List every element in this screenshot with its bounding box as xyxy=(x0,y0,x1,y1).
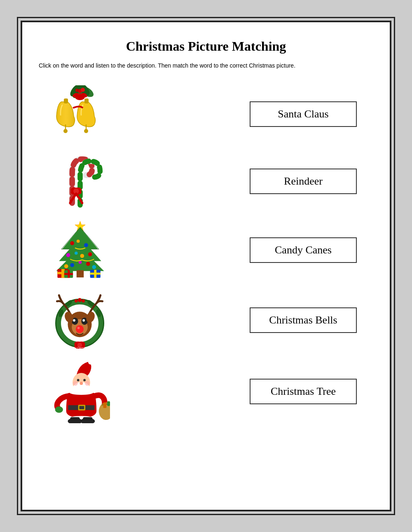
image-cell-candy xyxy=(39,151,121,211)
svg-point-49 xyxy=(82,299,85,302)
svg-rect-15 xyxy=(84,98,89,103)
reindeer-label[interactable]: Reindeer xyxy=(250,169,357,194)
page: Christmas Picture Matching Click on the … xyxy=(21,21,391,511)
label-cell-tree: Christmas Tree xyxy=(233,379,373,404)
svg-rect-45 xyxy=(64,273,73,275)
svg-rect-36 xyxy=(76,270,83,277)
svg-point-83 xyxy=(55,406,63,412)
christmas-tree-image xyxy=(50,219,110,281)
svg-point-50 xyxy=(75,299,78,302)
image-cell-tree xyxy=(39,219,121,281)
svg-point-62 xyxy=(73,319,75,322)
svg-point-27 xyxy=(66,253,70,257)
svg-point-81 xyxy=(69,390,93,395)
label-cell-santa: Santa Claus xyxy=(233,101,373,127)
svg-point-33 xyxy=(78,261,82,264)
svg-point-75 xyxy=(73,381,78,386)
svg-point-28 xyxy=(88,252,92,256)
svg-rect-42 xyxy=(90,273,100,275)
candy-canes-image xyxy=(50,151,110,211)
santa-image xyxy=(50,359,110,423)
svg-point-48 xyxy=(78,298,82,302)
christmas-bells-image xyxy=(49,85,111,143)
page-title: Christmas Picture Matching xyxy=(39,39,373,54)
svg-rect-88 xyxy=(70,417,80,423)
label-cell-candy-canes: Candy Canes xyxy=(233,237,373,263)
svg-rect-85 xyxy=(103,403,106,408)
svg-text:Merry Christmas: Merry Christmas xyxy=(70,347,90,350)
svg-point-74 xyxy=(83,379,86,382)
svg-point-6 xyxy=(75,89,79,92)
label-cell-bells: Christmas Bells xyxy=(233,307,373,333)
svg-point-14 xyxy=(84,129,88,133)
image-cell-reindeer: Merry Christmas xyxy=(39,289,121,351)
svg-rect-86 xyxy=(107,401,110,406)
svg-point-77 xyxy=(80,382,83,385)
reindeer-image: Merry Christmas xyxy=(49,289,111,351)
svg-point-73 xyxy=(77,379,79,382)
svg-point-35 xyxy=(92,265,96,269)
svg-point-24 xyxy=(70,241,74,245)
christmas-tree-label[interactable]: Christmas Tree xyxy=(250,379,357,404)
svg-point-32 xyxy=(86,262,90,266)
candy-canes-label[interactable]: Candy Canes xyxy=(250,237,357,263)
svg-point-30 xyxy=(80,254,84,258)
svg-point-11 xyxy=(63,129,68,133)
svg-point-26 xyxy=(76,239,80,243)
table-row: Candy Canes xyxy=(39,215,373,285)
table-row: Santa Claus xyxy=(39,81,373,147)
svg-point-64 xyxy=(76,325,84,333)
table-row: Merry Christmas Christmas Bells xyxy=(39,285,373,355)
svg-rect-90 xyxy=(83,417,92,423)
santa-claus-label[interactable]: Santa Claus xyxy=(250,101,357,127)
instructions: Click on the word and listen to the desc… xyxy=(39,62,373,69)
label-cell-reindeer: Reindeer xyxy=(233,169,373,194)
image-cell-bells xyxy=(39,85,121,143)
svg-rect-80 xyxy=(79,406,84,409)
svg-rect-12 xyxy=(64,98,68,103)
svg-point-29 xyxy=(74,251,77,255)
svg-point-25 xyxy=(84,243,88,247)
image-cell-santa xyxy=(39,359,121,423)
svg-point-63 xyxy=(82,319,85,322)
svg-point-76 xyxy=(85,381,90,386)
table-row: Reindeer xyxy=(39,147,373,215)
svg-point-34 xyxy=(64,264,68,268)
table-row: Christmas Tree xyxy=(39,355,373,427)
christmas-bells-label[interactable]: Christmas Bells xyxy=(250,307,357,333)
svg-point-65 xyxy=(77,327,80,329)
svg-point-31 xyxy=(70,263,74,267)
matching-grid: Santa Claus xyxy=(39,81,373,427)
svg-point-5 xyxy=(81,88,85,92)
